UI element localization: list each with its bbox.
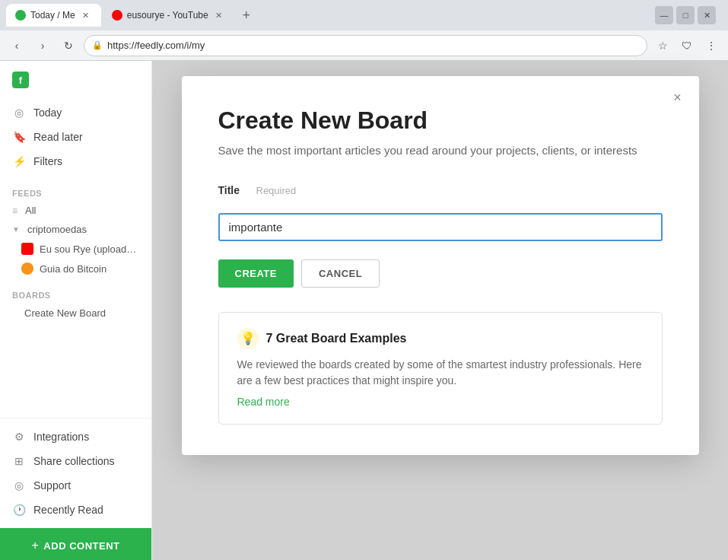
share-collections-label: Share collections [33,455,115,467]
recently-read-label: Recently Read [33,504,103,516]
add-content-label: ADD CONTENT [43,540,119,552]
guia-do-bitcoin-label: Guia do Bitcoin [40,263,106,275]
sidebar-item-filters-label: Filters [33,155,62,167]
sidebar-item-today[interactable]: ◎ Today [0,100,151,125]
sidebar-item-criptomoedas[interactable]: ▼ criptomoedas [0,220,151,239]
board-examples-card: 💡 7 Great Board Examples We reviewed the… [218,312,663,425]
tab-youtube-label: eusourye - YouTube [127,10,208,21]
sidebar-item-recently-read[interactable]: 🕐 Recently Read [0,498,151,522]
sidebar-item-today-label: Today [33,107,62,119]
maximize-button[interactable]: □ [676,6,695,24]
tab-feedly[interactable]: Today / Me ✕ [6,4,101,27]
create-board-modal: × Create New Board Save the most importa… [182,76,699,455]
folder-expand-icon: ▼ [12,225,20,234]
sidebar-item-eu-sou-rye[interactable]: Eu sou Rye (upload… [0,239,151,259]
bookmark-icon: 🔖 [12,130,26,144]
feedly-logo: f [12,72,29,88]
share-icon: ⊞ [12,454,26,468]
browser-titlebar: Today / Me ✕ eusourye - YouTube ✕ + — □ … [0,0,728,30]
all-label: All [25,205,36,216]
sidebar: f ◎ Today 🔖 Read later ⚡ Filters FEEDS [0,61,152,560]
window-controls: — □ ✕ [655,6,716,24]
button-row: CREATE CANCEL [218,259,663,288]
create-button[interactable]: CREATE [218,259,294,288]
feeds-section-label: FEEDS [0,180,151,201]
eu-sou-rye-label: Eu sou Rye (upload… [40,243,136,255]
recently-read-icon: 🕐 [12,503,26,517]
tab-youtube-close[interactable]: ✕ [213,9,225,21]
examples-title-row: 💡 7 Great Board Examples [237,328,644,349]
address-text: https://feedly.com/i/my [107,40,639,51]
close-button[interactable]: ✕ [698,6,716,24]
field-label-row: Title Required [218,184,663,196]
toolbar-icons: ☆ 🛡 ⋮ [652,35,722,56]
feeds-section: FEEDS ≡ All ▼ criptomoedas Eu sou Rye (u… [0,180,151,278]
shield-button[interactable]: 🛡 [676,35,698,56]
tab-feedly-label: Today / Me [30,10,75,21]
sidebar-item-read-later[interactable]: 🔖 Read later [0,125,151,149]
today-icon: ◎ [12,106,26,119]
forward-button[interactable]: › [32,35,53,56]
integrations-label: Integrations [33,431,89,443]
sidebar-item-support[interactable]: ◎ Support [0,473,151,498]
modal-close-button[interactable]: × [667,87,688,108]
bitcoin-feed-favicon [21,262,33,275]
sidebar-item-guia-do-bitcoin[interactable]: Guia do Bitcoin [0,259,151,278]
examples-title: 7 Great Board Examples [266,332,407,345]
modal-title: Create New Board [218,107,663,135]
add-content-bar[interactable]: + ADD CONTENT [0,528,151,560]
plus-icon: + [32,539,40,552]
menu-button[interactable]: ⋮ [701,35,722,56]
title-field-label: Title [218,184,249,196]
minimize-button[interactable]: — [655,6,673,24]
feedly-logo-icon: f [19,75,22,86]
integrations-icon: ⚙ [12,430,26,444]
support-label: Support [33,479,71,492]
feedly-favicon [15,10,26,21]
all-lines-icon: ≡ [12,205,17,216]
youtube-feed-favicon [21,243,33,255]
modal-container: × Create New Board Save the most importa… [152,61,728,560]
boards-section-label: BOARDS [0,282,151,303]
boards-section: BOARDS Create New Board [0,278,151,326]
cancel-button[interactable]: CANCEL [301,259,380,288]
support-icon: ◎ [12,479,26,492]
title-field: Title Required [218,184,663,241]
back-button[interactable]: ‹ [6,35,27,56]
reload-button[interactable]: ↻ [58,35,79,56]
examples-text: We reviewed the boards created by some o… [237,357,644,389]
title-input[interactable] [218,213,663,241]
feedly-logo-area: f [0,61,151,94]
sidebar-nav: ◎ Today 🔖 Read later ⚡ Filters [0,94,151,180]
create-board-label: Create New Board [24,307,106,319]
tab-feedly-close[interactable]: ✕ [80,9,92,21]
sidebar-item-integrations[interactable]: ⚙ Integrations [0,425,151,449]
criptomoedas-label: criptomoedas [27,224,87,235]
sidebar-item-read-later-label: Read later [33,131,83,143]
tab-youtube[interactable]: eusourye - YouTube ✕ [103,4,234,27]
read-more-link[interactable]: Read more [237,396,290,408]
sidebar-item-share-collections[interactable]: ⊞ Share collections [0,449,151,473]
new-tab-button[interactable]: + [236,5,257,26]
filter-icon: ⚡ [12,154,26,168]
modal-subtitle: Save the most important articles you rea… [218,142,663,160]
browser-toolbar: ‹ › ↻ 🔒 https://feedly.com/i/my ☆ 🛡 ⋮ [0,30,728,61]
bookmark-star-button[interactable]: ☆ [652,35,673,56]
address-bar[interactable]: 🔒 https://feedly.com/i/my [84,35,647,56]
sidebar-item-create-new-board[interactable]: Create New Board [0,303,151,323]
youtube-favicon [112,10,122,21]
app-container: f ◎ Today 🔖 Read later ⚡ Filters FEEDS [0,61,728,560]
title-field-required: Required [256,185,297,196]
sidebar-item-filters[interactable]: ⚡ Filters [0,149,151,173]
browser-chrome: Today / Me ✕ eusourye - YouTube ✕ + — □ … [0,0,728,61]
sidebar-bottom: ⚙ Integrations ⊞ Share collections ◎ Sup… [0,418,151,528]
sidebar-item-all[interactable]: ≡ All [0,201,151,220]
lock-icon: 🔒 [92,40,103,50]
bulb-icon: 💡 [237,328,259,349]
